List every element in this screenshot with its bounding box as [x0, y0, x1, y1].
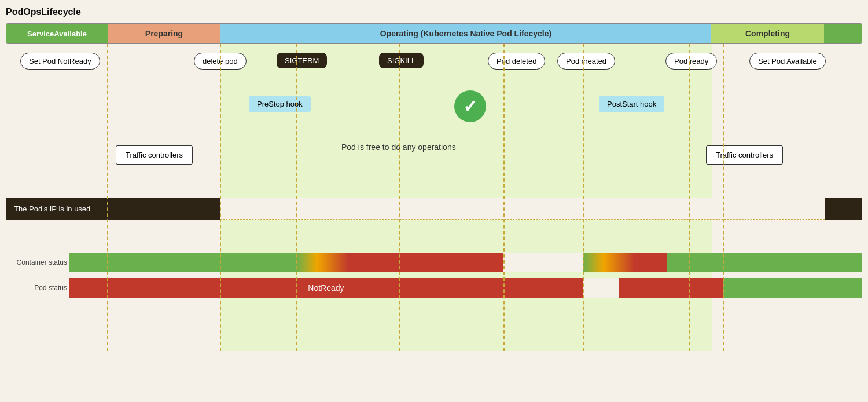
vline-7 [689, 44, 690, 351]
vline-5 [503, 44, 505, 351]
action-set-pod-available: Set Pod Available [749, 53, 826, 70]
action-pod-deleted: Pod deleted [488, 53, 545, 70]
container-status-transition2 [583, 253, 635, 272]
ip-bar-right [825, 198, 862, 220]
container-status-green2 [667, 253, 862, 272]
hook-prestop: PreStop hook [249, 96, 311, 112]
traffic-controllers-left: Traffic controllers [116, 145, 193, 165]
action-sigkill: SIGKILL [379, 53, 424, 68]
phase-bar: ServiceAvailable Preparing Operating (Ku… [6, 23, 862, 44]
phase-preparing: Preparing [108, 24, 220, 43]
phase-completing: Completing [711, 24, 824, 43]
vline-6 [583, 44, 584, 351]
container-status-red2 [635, 253, 667, 272]
container-status-red1 [348, 253, 503, 272]
action-pod-ready: Pod ready [665, 53, 717, 70]
ip-bar-left: The Pod's IP is in used [6, 198, 220, 220]
pod-status-green [723, 278, 862, 298]
container-status-green1 [69, 253, 296, 272]
check-circle-icon [454, 90, 486, 122]
free-operations-text: Pod is free to do any operations [341, 142, 456, 152]
container-status-gap [503, 253, 583, 272]
pod-status-notready: NotReady [69, 278, 583, 298]
container-status-transition1 [296, 253, 348, 272]
action-set-pod-notready: Set Pod NotReady [20, 53, 100, 70]
vline-3 [296, 44, 297, 351]
vline-8 [723, 44, 724, 351]
ip-bar-row: The Pod's IP is in used [6, 198, 862, 220]
pod-status-gap [583, 278, 619, 298]
container-status-label: Container status [6, 258, 69, 266]
vline-4 [399, 44, 400, 351]
phase-service2 [824, 24, 862, 43]
page-title: PodOpsLifecycle [6, 7, 862, 17]
pod-status-row: Pod status NotReady [6, 278, 862, 298]
traffic-controllers-right: Traffic controllers [706, 145, 783, 165]
vline-1 [107, 44, 108, 351]
hook-poststart: PostStart hook [599, 96, 664, 112]
pod-status-red2 [619, 278, 723, 298]
ip-bar-label: The Pod's IP is in used [14, 204, 90, 213]
pod-status-text: NotReady [308, 283, 344, 293]
action-sigterm: SIGTERM [277, 53, 327, 68]
phase-service-available: ServiceAvailable [6, 24, 108, 43]
action-pod-created: Pod created [557, 53, 615, 70]
pod-status-label: Pod status [6, 284, 69, 292]
main-diagram-area: Set Pod NotReady delete pod SIGTERM SIGK… [6, 44, 862, 351]
ip-bar-middle [220, 198, 825, 220]
vline-2 [220, 44, 221, 351]
container-status-row: Container status [6, 253, 862, 272]
phase-operating: Operating (Kubernetes Native Pod Lifecyc… [220, 24, 711, 43]
